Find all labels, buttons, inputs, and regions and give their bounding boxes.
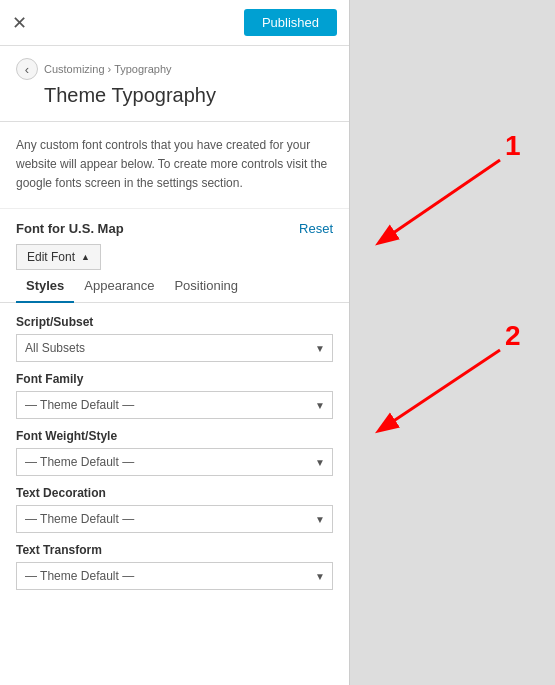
annotation-svg: 1 2 [350,0,555,685]
text-transform-label: Text Transform [16,543,333,557]
svg-line-1 [380,350,500,430]
breadcrumb-part1: Customizing [44,63,105,75]
published-button[interactable]: Published [244,9,337,36]
script-subset-label: Script/Subset [16,315,333,329]
controls-section: Script/Subset All Subsets ▼ Font Family … [0,303,349,602]
breadcrumb-part2: Typography [114,63,171,75]
breadcrumb-section: ‹ Customizing › Typography Theme Typogra… [0,46,349,122]
script-subset-group: Script/Subset All Subsets ▼ [16,315,333,362]
font-weight-select[interactable]: — Theme Default — [16,448,333,476]
tab-appearance[interactable]: Appearance [74,270,164,303]
text-decoration-select[interactable]: — Theme Default — [16,505,333,533]
text-transform-group: Text Transform — Theme Default — ▼ [16,543,333,590]
back-button[interactable]: ‹ [16,58,38,80]
font-weight-label: Font Weight/Style [16,429,333,443]
tabs-row: Styles Appearance Positioning [0,270,349,303]
font-weight-group: Font Weight/Style — Theme Default — ▼ [16,429,333,476]
right-area: 1 2 [350,0,555,685]
tab-styles[interactable]: Styles [16,270,74,303]
font-family-select[interactable]: — Theme Default — [16,391,333,419]
close-button[interactable]: ✕ [12,14,27,32]
text-decoration-label: Text Decoration [16,486,333,500]
reset-link[interactable]: Reset [299,221,333,236]
svg-line-0 [380,160,500,242]
text-transform-select[interactable]: — Theme Default — [16,562,333,590]
edit-font-label: Edit Font [27,250,75,264]
font-family-label: Font Family [16,372,333,386]
tab-positioning[interactable]: Positioning [164,270,248,303]
description: Any custom font controls that you have c… [0,122,349,209]
script-subset-select[interactable]: All Subsets [16,334,333,362]
font-label: Font for U.S. Map [16,221,124,236]
breadcrumb: ‹ Customizing › Typography [16,58,333,80]
script-subset-wrapper: All Subsets ▼ [16,334,333,362]
breadcrumb-links: Customizing › Typography [44,63,172,75]
text-decoration-group: Text Decoration — Theme Default — ▼ [16,486,333,533]
font-family-group: Font Family — Theme Default — ▼ [16,372,333,419]
customizer-panel: ✕ Published ‹ Customizing › Typography T… [0,0,350,685]
font-header: Font for U.S. Map Reset [16,221,333,236]
top-bar: ✕ Published [0,0,349,46]
page-title: Theme Typography [16,84,333,107]
text-transform-wrapper: — Theme Default — ▼ [16,562,333,590]
font-family-wrapper: — Theme Default — ▼ [16,391,333,419]
font-weight-wrapper: — Theme Default — ▼ [16,448,333,476]
svg-text:2: 2 [505,320,521,351]
text-decoration-wrapper: — Theme Default — ▼ [16,505,333,533]
font-section: Font for U.S. Map Reset Edit Font ▲ [0,209,349,270]
edit-font-arrow: ▲ [81,252,90,262]
edit-font-button[interactable]: Edit Font ▲ [16,244,101,270]
svg-text:1: 1 [505,130,521,161]
